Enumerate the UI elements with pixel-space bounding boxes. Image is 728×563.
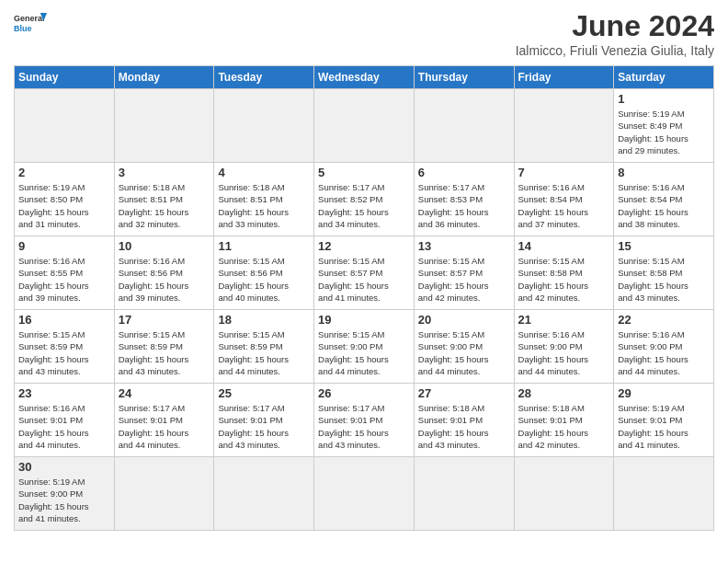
calendar-cell — [114, 457, 214, 531]
calendar-cell: 19Sunrise: 5:15 AMSunset: 9:00 PMDayligh… — [314, 310, 415, 384]
day-number: 15 — [618, 239, 710, 253]
day-number: 25 — [218, 386, 310, 400]
calendar-cell: 26Sunrise: 5:17 AMSunset: 9:01 PMDayligh… — [314, 384, 415, 457]
day-number: 6 — [418, 166, 510, 179]
day-info: Sunrise: 5:16 AMSunset: 8:54 PMDaylight:… — [618, 181, 710, 230]
weekday-header-row: SundayMondayTuesdayWednesdayThursdayFrid… — [15, 66, 714, 89]
generalblue-logo-icon: General Blue — [14, 9, 47, 35]
calendar-cell: 18Sunrise: 5:15 AMSunset: 8:59 PMDayligh… — [214, 310, 314, 384]
day-number: 11 — [218, 239, 310, 253]
calendar-cell: 17Sunrise: 5:15 AMSunset: 8:59 PMDayligh… — [114, 310, 214, 384]
day-info: Sunrise: 5:18 AMSunset: 8:51 PMDaylight:… — [119, 181, 210, 230]
day-info: Sunrise: 5:15 AMSunset: 8:59 PMDaylight:… — [119, 328, 210, 377]
day-info: Sunrise: 5:18 AMSunset: 9:01 PMDaylight:… — [418, 402, 510, 451]
calendar-cell — [314, 89, 415, 163]
week-row-3: 16Sunrise: 5:15 AMSunset: 8:59 PMDayligh… — [15, 310, 714, 384]
day-info: Sunrise: 5:18 AMSunset: 8:51 PMDaylight:… — [218, 181, 310, 230]
calendar-cell: 28Sunrise: 5:18 AMSunset: 9:01 PMDayligh… — [514, 384, 614, 457]
day-info: Sunrise: 5:17 AMSunset: 9:01 PMDaylight:… — [119, 402, 210, 451]
day-info: Sunrise: 5:15 AMSunset: 8:59 PMDaylight:… — [218, 328, 310, 377]
calendar-cell — [214, 89, 314, 163]
day-number: 27 — [418, 386, 510, 400]
month-title: June 2024 — [516, 9, 714, 43]
calendar-cell — [514, 89, 614, 163]
day-number: 22 — [618, 313, 710, 327]
calendar-cell — [414, 89, 514, 163]
calendar-cell — [314, 457, 415, 531]
day-number: 23 — [18, 386, 110, 400]
day-info: Sunrise: 5:17 AMSunset: 8:52 PMDaylight:… — [318, 181, 410, 230]
calendar-table: SundayMondayTuesdayWednesdayThursdayFrid… — [14, 65, 714, 531]
location-subtitle: Ialmicco, Friuli Venezia Giulia, Italy — [516, 43, 714, 58]
day-number: 16 — [18, 313, 110, 327]
day-number: 18 — [218, 313, 310, 327]
day-info: Sunrise: 5:15 AMSunset: 8:58 PMDaylight:… — [618, 255, 710, 304]
day-number: 2 — [18, 166, 110, 179]
day-info: Sunrise: 5:15 AMSunset: 8:57 PMDaylight:… — [418, 255, 510, 304]
day-number: 13 — [418, 239, 510, 253]
calendar-cell: 6Sunrise: 5:17 AMSunset: 8:53 PMDaylight… — [414, 163, 514, 236]
calendar-cell: 3Sunrise: 5:18 AMSunset: 8:51 PMDaylight… — [114, 163, 214, 236]
day-info: Sunrise: 5:16 AMSunset: 9:00 PMDaylight:… — [618, 328, 710, 377]
day-number: 17 — [119, 313, 210, 327]
day-info: Sunrise: 5:15 AMSunset: 8:58 PMDaylight:… — [518, 255, 610, 304]
title-area: June 2024 Ialmicco, Friuli Venezia Giuli… — [516, 9, 714, 58]
week-row-4: 23Sunrise: 5:16 AMSunset: 9:01 PMDayligh… — [15, 384, 714, 457]
weekday-header-sunday: Sunday — [15, 66, 115, 89]
week-row-1: 2Sunrise: 5:19 AMSunset: 8:50 PMDaylight… — [15, 163, 714, 236]
calendar-cell: 5Sunrise: 5:17 AMSunset: 8:52 PMDaylight… — [314, 163, 415, 236]
week-row-5: 30Sunrise: 5:19 AMSunset: 9:00 PMDayligh… — [15, 457, 714, 531]
calendar-cell — [114, 89, 214, 163]
calendar-cell: 24Sunrise: 5:17 AMSunset: 9:01 PMDayligh… — [114, 384, 214, 457]
calendar-cell — [514, 457, 614, 531]
calendar-cell: 14Sunrise: 5:15 AMSunset: 8:58 PMDayligh… — [514, 236, 614, 310]
calendar-cell: 22Sunrise: 5:16 AMSunset: 9:00 PMDayligh… — [614, 310, 714, 384]
day-info: Sunrise: 5:15 AMSunset: 8:56 PMDaylight:… — [218, 255, 310, 304]
day-info: Sunrise: 5:15 AMSunset: 8:57 PMDaylight:… — [318, 255, 410, 304]
day-info: Sunrise: 5:15 AMSunset: 9:00 PMDaylight:… — [318, 328, 410, 377]
day-number: 26 — [318, 386, 410, 400]
calendar-cell: 11Sunrise: 5:15 AMSunset: 8:56 PMDayligh… — [214, 236, 314, 310]
day-number: 20 — [418, 313, 510, 327]
calendar-cell: 30Sunrise: 5:19 AMSunset: 9:00 PMDayligh… — [15, 457, 115, 531]
calendar-cell: 10Sunrise: 5:16 AMSunset: 8:56 PMDayligh… — [114, 236, 214, 310]
svg-text:Blue: Blue — [14, 24, 32, 33]
calendar-cell — [414, 457, 514, 531]
week-row-0: 1Sunrise: 5:19 AMSunset: 8:49 PMDaylight… — [15, 89, 714, 163]
calendar-cell: 8Sunrise: 5:16 AMSunset: 8:54 PMDaylight… — [614, 163, 714, 236]
day-info: Sunrise: 5:18 AMSunset: 9:01 PMDaylight:… — [518, 402, 610, 451]
page-header: General Blue June 2024 Ialmicco, Friuli … — [14, 9, 714, 58]
day-info: Sunrise: 5:16 AMSunset: 8:55 PMDaylight:… — [18, 255, 110, 304]
day-info: Sunrise: 5:19 AMSunset: 9:01 PMDaylight:… — [618, 402, 710, 451]
day-number: 5 — [318, 166, 410, 179]
day-info: Sunrise: 5:17 AMSunset: 9:01 PMDaylight:… — [318, 402, 410, 451]
calendar-cell: 2Sunrise: 5:19 AMSunset: 8:50 PMDaylight… — [15, 163, 115, 236]
calendar-cell: 29Sunrise: 5:19 AMSunset: 9:01 PMDayligh… — [614, 384, 714, 457]
day-number: 28 — [518, 386, 610, 400]
weekday-header-thursday: Thursday — [414, 66, 514, 89]
calendar-cell: 27Sunrise: 5:18 AMSunset: 9:01 PMDayligh… — [414, 384, 514, 457]
calendar-cell: 16Sunrise: 5:15 AMSunset: 8:59 PMDayligh… — [15, 310, 115, 384]
day-number: 21 — [518, 313, 610, 327]
day-info: Sunrise: 5:15 AMSunset: 9:00 PMDaylight:… — [418, 328, 510, 377]
day-info: Sunrise: 5:16 AMSunset: 8:54 PMDaylight:… — [518, 181, 610, 230]
day-info: Sunrise: 5:17 AMSunset: 9:01 PMDaylight:… — [218, 402, 310, 451]
day-info: Sunrise: 5:15 AMSunset: 8:59 PMDaylight:… — [18, 328, 110, 377]
day-number: 4 — [218, 166, 310, 179]
day-number: 3 — [119, 166, 210, 179]
calendar-cell: 15Sunrise: 5:15 AMSunset: 8:58 PMDayligh… — [614, 236, 714, 310]
day-info: Sunrise: 5:19 AMSunset: 8:49 PMDaylight:… — [618, 108, 710, 156]
svg-text:General: General — [14, 14, 45, 23]
day-number: 30 — [18, 460, 110, 474]
day-number: 10 — [119, 239, 210, 253]
calendar-cell: 23Sunrise: 5:16 AMSunset: 9:01 PMDayligh… — [15, 384, 115, 457]
day-info: Sunrise: 5:16 AMSunset: 9:00 PMDaylight:… — [518, 328, 610, 377]
day-info: Sunrise: 5:16 AMSunset: 9:01 PMDaylight:… — [18, 402, 110, 451]
weekday-header-monday: Monday — [114, 66, 214, 89]
calendar-cell: 7Sunrise: 5:16 AMSunset: 8:54 PMDaylight… — [514, 163, 614, 236]
day-number: 12 — [318, 239, 410, 253]
weekday-header-tuesday: Tuesday — [214, 66, 314, 89]
calendar-cell: 1Sunrise: 5:19 AMSunset: 8:49 PMDaylight… — [614, 89, 714, 163]
day-number: 7 — [518, 166, 610, 179]
calendar-cell: 20Sunrise: 5:15 AMSunset: 9:00 PMDayligh… — [414, 310, 514, 384]
